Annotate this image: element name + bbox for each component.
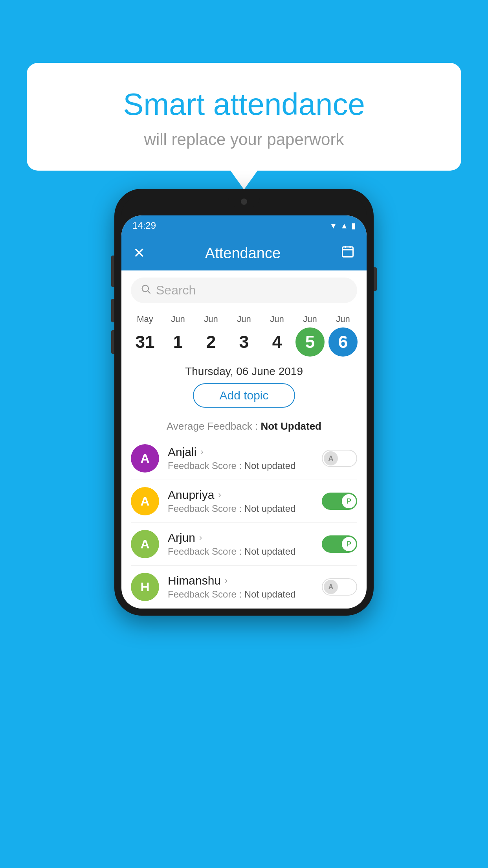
calendar-day[interactable]: Jun3 [228,314,260,357]
toggle-knob: P [342,494,356,508]
calendar-icon[interactable] [341,245,355,262]
add-topic-button[interactable]: Add topic [193,383,295,408]
chevron-right-icon: › [200,447,203,457]
speech-bubble: Smart attendance will replace your paper… [27,63,461,171]
calendar-day[interactable]: Jun1 [162,314,194,357]
phone-notch [228,196,260,208]
status-icons: ▼ ▲ ▮ [329,221,356,230]
search-placeholder: Search [156,283,196,298]
calendar-day[interactable]: Jun2 [195,314,227,357]
calendar-day[interactable]: Jun4 [261,314,293,357]
chevron-right-icon: › [225,576,227,586]
cal-date-number: 1 [163,327,193,357]
svg-rect-0 [342,247,353,257]
avg-feedback-value: Not Updated [261,420,321,432]
cal-date-number: 5 [295,327,325,357]
volume-down-button [111,299,114,322]
status-bar: 14:29 ▼ ▲ ▮ [121,215,367,236]
phone-screen: 14:29 ▼ ▲ ▮ ✕ Attendance [121,215,367,609]
cal-date-number: 4 [262,327,292,357]
bubble-subtitle: will replace your paperwork [42,130,446,149]
cal-date-number: 31 [130,327,160,357]
student-name-row: Arjun› [168,531,322,544]
student-feedback: Feedback Score : Not updated [168,546,322,557]
list-item[interactable]: AArjun›Feedback Score : Not updated P [131,523,357,566]
cal-month-label: Jun [270,314,284,324]
svg-point-4 [142,285,149,292]
phone-top-bar [121,196,367,215]
header-title: Attendance [205,245,281,262]
chevron-right-icon: › [218,490,221,500]
search-bar[interactable]: Search [131,278,357,303]
cal-month-label: Jun [171,314,185,324]
status-time: 14:29 [132,220,156,231]
student-info: Anupriya›Feedback Score : Not updated [168,488,322,514]
student-name-row: Himanshu› [168,574,322,587]
student-name-row: Anjali› [168,445,322,459]
student-info: Arjun›Feedback Score : Not updated [168,531,322,557]
cal-month-label: Jun [336,314,350,324]
toggle-knob: A [324,580,338,594]
calendar-day[interactable]: Jun6 [327,314,359,357]
student-feedback: Feedback Score : Not updated [168,460,322,471]
cal-month-label: Jun [237,314,251,324]
speech-bubble-container: Smart attendance will replace your paper… [27,63,461,171]
student-feedback: Feedback Score : Not updated [168,503,322,514]
front-camera [241,199,247,205]
phone-mockup: 14:29 ▼ ▲ ▮ ✕ Attendance [114,189,374,616]
cal-date-number: 6 [328,327,358,357]
close-button[interactable]: ✕ [133,245,145,261]
selected-date: Thursday, 06 June 2019 [121,357,367,383]
signal-icon: ▲ [340,221,348,230]
power-button [374,267,377,291]
cal-month-label: Jun [303,314,317,324]
phone-outer: 14:29 ▼ ▲ ▮ ✕ Attendance [114,189,374,616]
svg-line-5 [148,291,150,294]
calendar-strip: May31Jun1Jun2Jun3Jun4Jun5Jun6 [121,310,367,357]
attendance-toggle[interactable]: P [322,535,357,553]
toggle-knob: P [342,537,356,551]
cal-date-number: 3 [229,327,259,357]
avatar: A [131,487,159,515]
battery-icon: ▮ [351,221,356,230]
volume-up-button [111,256,114,287]
calendar-day[interactable]: May31 [129,314,161,357]
list-item[interactable]: AAnupriya›Feedback Score : Not updated P [131,480,357,523]
student-name: Arjun [168,531,195,544]
avg-feedback: Average Feedback : Not Updated [121,413,367,437]
cal-date-number: 2 [196,327,226,357]
student-feedback: Feedback Score : Not updated [168,589,322,600]
list-item[interactable]: HHimanshu›Feedback Score : Not updated A [131,566,357,609]
calendar-day[interactable]: Jun5 [294,314,326,357]
attendance-toggle[interactable]: P [322,493,357,510]
student-name: Anupriya [168,488,214,502]
bubble-title: Smart attendance [42,86,446,122]
attendance-toggle[interactable]: A [322,450,357,467]
avatar: A [131,530,159,558]
student-list: AAnjali›Feedback Score : Not updated A A… [121,437,367,609]
student-name: Himanshu [168,574,221,587]
chevron-right-icon: › [199,533,202,543]
student-info: Anjali›Feedback Score : Not updated [168,445,322,471]
attendance-toggle[interactable]: A [322,578,357,596]
silent-button [111,330,114,354]
avatar: H [131,573,159,601]
avg-feedback-label: Average Feedback : [167,420,258,432]
add-topic-label: Add topic [219,389,268,402]
cal-month-label: Jun [204,314,218,324]
student-name: Anjali [168,445,196,459]
search-icon [140,283,151,297]
cal-month-label: May [137,314,153,324]
toggle-knob: A [324,451,338,465]
app-header: ✕ Attendance [121,236,367,270]
student-name-row: Anupriya› [168,488,322,502]
avatar: A [131,444,159,473]
list-item[interactable]: AAnjali›Feedback Score : Not updated A [131,437,357,480]
wifi-icon: ▼ [329,221,337,230]
student-info: Himanshu›Feedback Score : Not updated [168,574,322,600]
